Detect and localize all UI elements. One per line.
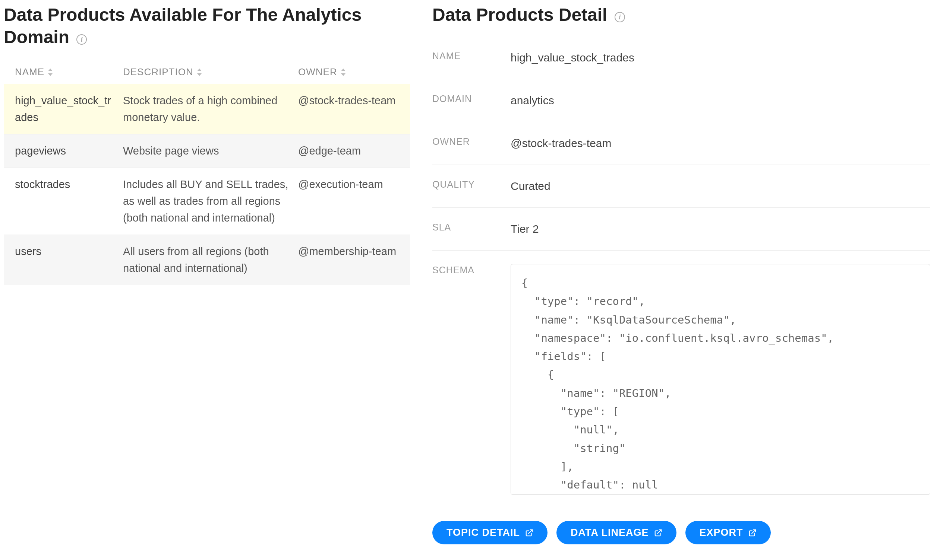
- detail-value: Curated: [511, 178, 930, 194]
- table-row[interactable]: pageviewsWebsite page views@edge-team: [4, 134, 410, 168]
- detail-value: high_value_stock_trades: [511, 50, 930, 66]
- detail-row-owner: OWNER @stock-trades-team: [432, 122, 930, 165]
- col-header-description[interactable]: DESCRIPTION: [123, 66, 298, 78]
- detail-label: QUALITY: [432, 178, 511, 190]
- sort-icon: [47, 68, 53, 77]
- external-link-icon: [749, 529, 756, 537]
- cell-owner: @stock-trades-team: [298, 92, 410, 126]
- table-header: NAME DESCRIPTION OWNER: [4, 59, 410, 84]
- product-detail-heading: Data Products Detail i: [432, 4, 930, 26]
- export-button[interactable]: EXPORT: [685, 521, 771, 545]
- col-header-owner-label: OWNER: [298, 66, 337, 78]
- sort-icon: [340, 68, 346, 77]
- info-icon[interactable]: i: [614, 12, 625, 22]
- detail-value: @stock-trades-team: [511, 135, 930, 151]
- available-products-panel: Data Products Available For The Analytic…: [4, 4, 410, 545]
- export-label: EXPORT: [699, 527, 743, 538]
- products-table: NAME DESCRIPTION OWNER high_value_stock_…: [4, 59, 410, 285]
- topic-detail-button[interactable]: TOPIC DETAIL: [432, 521, 548, 545]
- detail-row-quality: QUALITY Curated: [432, 165, 930, 208]
- cell-owner: @membership-team: [298, 243, 410, 277]
- col-header-name[interactable]: NAME: [4, 66, 123, 78]
- available-products-title: Data Products Available For The Analytic…: [4, 5, 361, 47]
- svg-line-1: [658, 529, 661, 533]
- col-header-description-label: DESCRIPTION: [123, 66, 193, 78]
- table-row[interactable]: stocktradesIncludes all BUY and SELL tra…: [4, 168, 410, 235]
- data-lineage-button[interactable]: DATA LINEAGE: [556, 521, 676, 545]
- detail-value: Tier 2: [511, 221, 930, 237]
- detail-label: NAME: [432, 50, 511, 62]
- svg-line-2: [752, 529, 755, 533]
- schema-viewer[interactable]: { "type": "record", "name": "KsqlDataSou…: [511, 264, 930, 495]
- cell-name: stocktrades: [4, 176, 123, 226]
- detail-actions: TOPIC DETAIL DATA LINEAGE EXPORT: [432, 521, 930, 545]
- cell-description: Stock trades of a high combined monetary…: [123, 92, 298, 126]
- cell-name: high_value_stock_trades: [4, 92, 123, 126]
- col-header-name-label: NAME: [15, 66, 44, 78]
- detail-row-schema: SCHEMA { "type": "record", "name": "Ksql…: [432, 251, 930, 495]
- topic-detail-label: TOPIC DETAIL: [446, 527, 520, 538]
- detail-value: analytics: [511, 93, 930, 108]
- cell-owner: @execution-team: [298, 176, 410, 226]
- detail-row-name: NAME high_value_stock_trades: [432, 37, 930, 79]
- detail-list: NAME high_value_stock_trades DOMAIN anal…: [432, 37, 930, 495]
- col-header-owner[interactable]: OWNER: [298, 66, 410, 78]
- available-products-heading: Data Products Available For The Analytic…: [4, 4, 410, 48]
- cell-name: pageviews: [4, 143, 123, 159]
- info-icon[interactable]: i: [76, 34, 87, 45]
- detail-row-domain: DOMAIN analytics: [432, 79, 930, 122]
- detail-label: SCHEMA: [432, 264, 511, 275]
- external-link-icon: [654, 529, 662, 537]
- table-body: high_value_stock_tradesStock trades of a…: [4, 84, 410, 285]
- cell-description: All users from all regions (both nationa…: [123, 243, 298, 277]
- sort-icon: [196, 68, 202, 77]
- cell-name: users: [4, 243, 123, 277]
- product-detail-title: Data Products Detail: [432, 5, 607, 25]
- cell-owner: @edge-team: [298, 143, 410, 159]
- svg-line-0: [528, 529, 532, 533]
- detail-label: DOMAIN: [432, 93, 511, 104]
- detail-row-sla: SLA Tier 2: [432, 208, 930, 251]
- cell-description: Includes all BUY and SELL trades, as wel…: [123, 176, 298, 226]
- cell-description: Website page views: [123, 143, 298, 159]
- external-link-icon: [525, 529, 533, 537]
- table-row[interactable]: high_value_stock_tradesStock trades of a…: [4, 84, 410, 134]
- data-lineage-label: DATA LINEAGE: [571, 527, 649, 538]
- detail-label: OWNER: [432, 135, 511, 147]
- detail-label: SLA: [432, 221, 511, 233]
- table-row[interactable]: usersAll users from all regions (both na…: [4, 235, 410, 285]
- product-detail-panel: Data Products Detail i NAME high_value_s…: [432, 4, 930, 545]
